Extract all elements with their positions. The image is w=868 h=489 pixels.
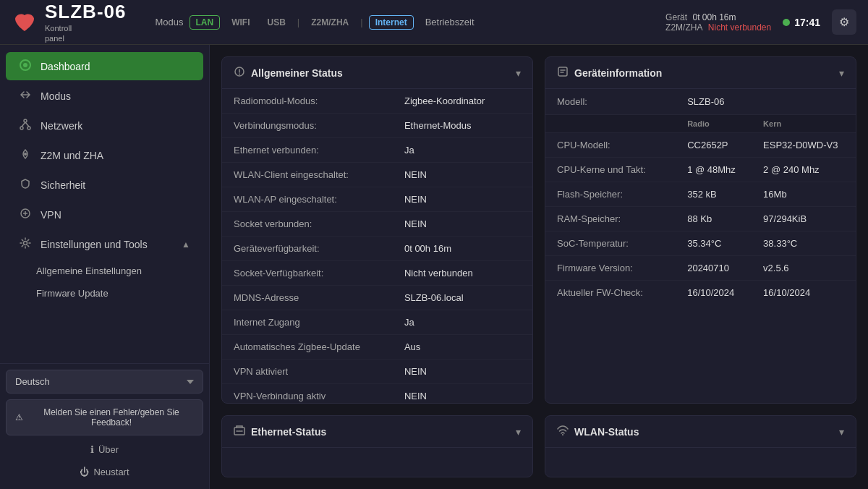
status-icon [234,66,245,80]
row-value: NEIN [393,212,532,237]
info-icon: ℹ [90,444,94,455]
gerateinformation-header: Geräteinformation ▾ [545,57,856,89]
svg-point-3 [20,127,23,129]
power-icon: ⏻ [80,467,89,477]
uber-button[interactable]: ℹ Über [6,438,203,461]
sidebar-item-modus[interactable]: Modus [6,82,203,110]
svg-line-5 [22,122,25,127]
neustart-label: Neustart [93,467,129,477]
row-label: Aktueller FW-Check: [545,281,676,305]
gerateinformation-collapse-btn[interactable]: ▾ [839,67,844,79]
row-val1: 16/10/2024 [676,281,752,305]
sidebar-item-einstellungen[interactable]: Einstellungen und Tools ▲ [6,230,203,258]
allgemeiner-status-table: Radiomodul-Modus:Zigbee-KoordinatorVerbi… [222,89,532,404]
internet-badge[interactable]: Internet [369,15,414,30]
table-row: RAM-Speicher:88 Kb97/294KiB [545,207,856,231]
row-label: Socket-Verfügbarkeit: [222,261,393,286]
row-val2: ESP32-D0WD-V3 [752,133,856,158]
lan-badge[interactable]: LAN [190,15,221,30]
einstellungen-icon [19,237,32,251]
app-subtitle: Kontroll panel [45,23,126,44]
z2m-label: Z2M/ZHA [665,22,702,33]
sidebar-item-z2m-zha[interactable]: Z2M und ZHA [6,141,203,169]
row-label: VPN-Verbindung aktiv [222,384,393,404]
row-val1: 88 Kb [676,207,752,231]
row-val2: 2 @ 240 Mhz [752,158,856,182]
row-val1: 352 kB [676,182,752,207]
sidebar-item-sicherheit[interactable]: Sicherheit [6,171,203,199]
row-value: SLZB-06.local [393,286,532,310]
row-label: Automatisches Zigbee-Update [222,335,393,360]
language-select[interactable]: Deutsch English Français [6,370,203,394]
table-row: Verbindungsmodus:Ethernet-Modus [222,114,532,138]
chevron-up-icon: ▲ [182,239,190,250]
row-value: NEIN [393,384,532,404]
row-label: Internet Zugang [222,310,393,335]
row-value: NEIN [393,360,532,384]
table-row: Internet ZugangJa [222,310,532,335]
neustart-button[interactable]: ⏻ Neustart [6,461,203,483]
logo-icon [12,9,38,35]
gerateinformation-label: Geräteinformation [574,67,662,79]
svg-point-1 [23,63,27,67]
ethernet-status-title: Ethernet-Status [234,425,326,438]
uber-label: Über [98,444,119,455]
gerat-info: Gerät 0t 00h 16m Z2M/ZHA Nicht verbunden [665,12,771,33]
dashboard-icon [19,59,32,73]
table-row: VPN-Verbindung aktivNEIN [222,384,532,404]
row-val2: 16/10/2024 [752,281,856,305]
sidebar-item-dashboard[interactable]: Dashboard [6,52,203,80]
table-row: SoC-Temperatur:35.34°C38.33°C [545,231,856,256]
sidebar-item-allgemeine-einstellungen[interactable]: Allgemeine Einstellungen [0,260,209,282]
time-value: 17:41 [794,17,820,28]
sidebar-item-vpn[interactable]: VPN [6,200,203,229]
row-label: VPN aktiviert [222,360,393,384]
header: SLZB-06 Kontroll panel Modus LAN WIFI US… [0,0,868,45]
svg-point-4 [27,127,30,129]
sicherheit-icon [19,178,32,192]
ethernet-icon [234,425,245,438]
z2m-icon [19,148,32,162]
row-value: Ja [393,310,532,335]
table-row: Radiomodul-Modus:Zigbee-Koordinator [222,89,532,114]
sidebar-submenu: Allgemeine Einstellungen Firmware Update [0,260,209,305]
svg-point-7 [24,153,27,156]
wlan-icon [557,425,569,438]
row-val2: 38.33°C [752,231,856,256]
z2m-zha-badge[interactable]: Z2M/ZHA [305,16,354,29]
ethernet-status-collapse-btn[interactable]: ▾ [516,426,521,438]
row-val1: 1 @ 48Mhz [676,158,752,182]
sidebar-label-z2m: Z2M und ZHA [41,150,103,161]
row-value: Zigbee-Koordinator [393,89,532,114]
wlan-status-body [545,448,856,477]
feedback-button[interactable]: ⚠ Melden Sie einen Fehler/geben Sie Feed… [6,399,203,435]
row-value: Nicht verbunden [393,261,532,286]
wifi-badge[interactable]: WIFI [226,16,255,29]
sidebar-item-firmware-update[interactable]: Firmware Update [0,282,209,305]
settings-button[interactable]: ⚙ [832,9,856,35]
betriebszeit-label: Betriebszeit [425,17,475,27]
row-val1: 35.34°C [676,231,752,256]
modus-icon [19,89,32,103]
sidebar-label-dashboard: Dashboard [41,61,90,72]
table-row: Firmware Version:20240710v2.5.6 [545,256,856,281]
wlan-status-collapse-btn[interactable]: ▾ [839,426,844,438]
wlan-status-title: WLAN-Status [557,425,639,438]
allgemeiner-status-collapse-btn[interactable]: ▾ [516,67,521,79]
wlan-status-card: WLAN-Status ▾ [545,415,856,477]
row-val1: 20240710 [676,256,752,281]
row-label: WLAN-AP eingeschaltet: [222,187,393,212]
modell-value: SLZB-06 [676,89,856,115]
table-row: MDNS-AdresseSLZB-06.local [222,286,532,310]
row-value: NEIN [393,163,532,187]
ethernet-status-label: Ethernet-Status [251,426,326,438]
row-label: Ethernet verbunden: [222,138,393,163]
row-value: NEIN [393,187,532,212]
sidebar-nav: Dashboard Modus Netzwerk Z2M und ZHA [0,45,209,363]
usb-badge[interactable]: USB [262,16,292,29]
gerateinformation-card: Geräteinformation ▾ Modell:SLZB-06RadioK… [545,56,856,404]
gerateinformation-table: Modell:SLZB-06RadioKernCPU-Modell:CC2652… [545,89,856,305]
sidebar-label-netzwerk: Netzwerk [41,120,82,132]
gerat-label: Gerät [665,12,687,22]
sidebar-item-netzwerk[interactable]: Netzwerk [6,111,203,140]
